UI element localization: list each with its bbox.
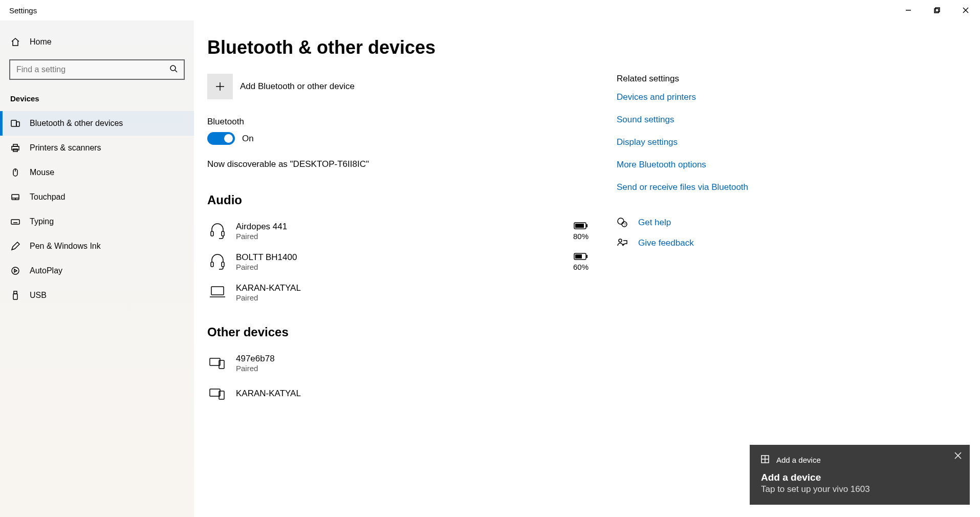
- sidebar-item-autoplay[interactable]: AutoPlay: [0, 258, 194, 283]
- sidebar-item-mouse[interactable]: Mouse: [0, 160, 194, 185]
- device-name: BOLTT BH1400: [236, 252, 565, 263]
- sidebar-item-touchpad[interactable]: Touchpad: [0, 185, 194, 209]
- page-title: Bluetooth & other devices: [207, 37, 980, 58]
- device-battery-pct: 80%: [565, 232, 596, 241]
- other-device-row[interactable]: 497e6b78 Paired: [207, 348, 596, 378]
- add-device-button[interactable]: [207, 74, 233, 99]
- device-name: KARAN-KATYAL: [236, 283, 596, 293]
- pen-icon: [10, 241, 20, 251]
- maximize-button[interactable]: [923, 0, 951, 20]
- search-input[interactable]: [16, 65, 169, 74]
- audio-device-row[interactable]: KARAN-KATYAL Paired: [207, 277, 596, 308]
- close-icon: [954, 452, 962, 459]
- toggle-knob: [224, 134, 233, 143]
- discoverable-text: Now discoverable as "DESKTOP-T6II8IC": [207, 159, 596, 169]
- svg-rect-25: [13, 294, 17, 299]
- sidebar-item-label: Touchpad: [30, 192, 65, 202]
- related-link-more-bluetooth[interactable]: More Bluetooth options: [617, 160, 748, 170]
- device-status: Paired: [236, 232, 565, 241]
- multidevice-icon: [207, 383, 228, 404]
- sidebar-home[interactable]: Home: [0, 31, 194, 53]
- titlebar: Settings: [0, 0, 980, 20]
- battery-icon: [574, 222, 588, 230]
- bluetooth-toggle-state: On: [242, 134, 254, 144]
- usb-icon: [10, 290, 20, 300]
- svg-rect-9: [12, 146, 19, 150]
- plus-icon: [215, 81, 225, 92]
- sidebar-item-usb[interactable]: USB: [0, 283, 194, 308]
- sidebar-item-label: AutoPlay: [30, 266, 62, 275]
- svg-rect-38: [211, 287, 224, 295]
- section-other-title: Other devices: [207, 325, 596, 339]
- sidebar-item-label: Printers & scanners: [30, 143, 101, 153]
- device-status: Paired: [236, 293, 596, 302]
- svg-rect-28: [211, 231, 213, 236]
- svg-rect-17: [11, 220, 19, 224]
- mouse-icon: [10, 167, 20, 178]
- related-settings-panel: Related settings Devices and printers So…: [617, 74, 748, 409]
- content: Bluetooth & other devices Add Bluetooth …: [194, 20, 980, 517]
- device-name: Airdopes 441: [236, 222, 565, 232]
- device-status: Paired: [236, 263, 565, 271]
- add-device-label: Add Bluetooth or other device: [240, 81, 355, 92]
- svg-rect-39: [210, 358, 220, 365]
- device-name: KARAN-KATYAL: [236, 389, 596, 399]
- close-icon: [963, 7, 969, 13]
- maximize-icon: [934, 7, 940, 13]
- svg-rect-34: [222, 262, 224, 267]
- feedback-icon: [617, 238, 628, 249]
- toast-close-button[interactable]: [954, 452, 962, 461]
- svg-line-6: [175, 70, 177, 72]
- svg-rect-31: [575, 224, 584, 228]
- touchpad-icon: [10, 192, 20, 202]
- other-device-row[interactable]: KARAN-KATYAL: [207, 378, 596, 409]
- toast-notification[interactable]: Add a device Add a device Tap to set up …: [750, 445, 970, 505]
- related-link-sound[interactable]: Sound settings: [617, 115, 748, 125]
- svg-rect-32: [586, 224, 587, 227]
- sidebar-item-printers[interactable]: Printers & scanners: [0, 136, 194, 160]
- bluetooth-label: Bluetooth: [207, 117, 596, 127]
- svg-point-46: [619, 239, 622, 242]
- toast-header-text: Add a device: [776, 456, 821, 464]
- get-help-row[interactable]: ? Get help: [617, 217, 748, 228]
- laptop-icon: [207, 282, 228, 303]
- device-name: 497e6b78: [236, 354, 596, 364]
- section-audio-title: Audio: [207, 193, 596, 207]
- minimize-button[interactable]: [894, 0, 923, 20]
- multidevice-icon: [207, 353, 228, 373]
- related-link-send-files[interactable]: Send or receive files via Bluetooth: [617, 182, 748, 192]
- battery-icon: [574, 252, 588, 261]
- sidebar-item-label: Pen & Windows Ink: [30, 242, 101, 251]
- sidebar: Home Devices Bluetooth & other devices P…: [0, 20, 194, 517]
- audio-device-row[interactable]: BOLTT BH1400 Paired 60%: [207, 246, 596, 277]
- bluetooth-toggle[interactable]: [207, 132, 235, 145]
- sidebar-item-bluetooth[interactable]: Bluetooth & other devices: [0, 111, 194, 136]
- sidebar-item-label: Typing: [30, 217, 54, 226]
- sidebar-item-pen[interactable]: Pen & Windows Ink: [0, 234, 194, 258]
- toast-app-icon: [761, 455, 769, 465]
- device-status: Paired: [236, 364, 596, 373]
- toast-title: Add a device: [761, 472, 959, 483]
- toast-subtitle: Tap to set up your vivo 1603: [761, 484, 959, 494]
- svg-rect-41: [210, 389, 220, 396]
- bluetooth-device-icon: [10, 118, 20, 128]
- svg-rect-10: [13, 144, 17, 146]
- search-input-wrap[interactable]: [9, 59, 185, 80]
- svg-rect-7: [11, 120, 16, 126]
- close-button[interactable]: [951, 0, 980, 20]
- headset-icon: [207, 251, 228, 272]
- headset-icon: [207, 221, 228, 241]
- related-link-display[interactable]: Display settings: [617, 137, 748, 147]
- related-link-devices-printers[interactable]: Devices and printers: [617, 92, 748, 102]
- search-icon: [169, 64, 178, 75]
- svg-rect-37: [586, 255, 587, 258]
- window-title: Settings: [9, 6, 37, 15]
- sidebar-item-typing[interactable]: Typing: [0, 209, 194, 234]
- svg-rect-33: [211, 262, 213, 267]
- audio-device-row[interactable]: Airdopes 441 Paired 80%: [207, 216, 596, 246]
- add-device-row[interactable]: Add Bluetooth or other device: [207, 74, 596, 99]
- get-help-link: Get help: [638, 218, 671, 228]
- svg-rect-2: [935, 8, 940, 12]
- give-feedback-row[interactable]: Give feedback: [617, 238, 748, 249]
- sidebar-home-label: Home: [30, 37, 52, 47]
